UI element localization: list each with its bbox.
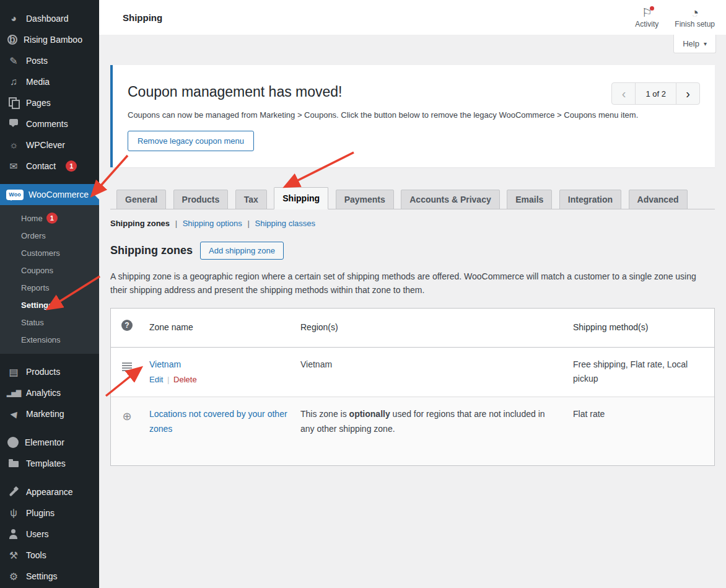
zones-heading: Shipping zones <box>110 244 193 257</box>
subnav-shipping-zones[interactable]: Shipping zones <box>110 219 170 228</box>
submenu-item-label: Orders <box>21 231 46 240</box>
tab-payments[interactable]: Payments <box>336 190 394 209</box>
pagination-prev-button[interactable]: ‹ <box>612 83 636 104</box>
finish-setup-button[interactable]: ◔ Finish setup <box>675 7 715 29</box>
table-header-row: ? Zone name Region(s) Shipping method(s) <box>111 309 714 348</box>
methods-cell: Free shipping, Flat rate, Local pickup <box>567 348 714 397</box>
tab-integration[interactable]: Integration <box>559 190 621 209</box>
add-shipping-zone-button[interactable]: Add shipping zone <box>200 242 284 260</box>
sidebar-item-tools[interactable]: ⚒ Tools <box>0 545 99 566</box>
sidebar-item-settings[interactable]: ⚙ Settings <box>0 566 99 587</box>
megaphone-icon: ◀ <box>7 407 21 421</box>
sidebar-item-label: WPClever <box>26 140 65 150</box>
sidebar-item-label: Media <box>26 77 50 87</box>
menu-separator <box>0 354 99 361</box>
zone-locations-link[interactable]: Locations not covered by your other zone… <box>149 409 287 434</box>
sidebar-item-woocommerce[interactable]: Woo WooCommerce <box>0 184 99 205</box>
posts-icon: ✎ <box>7 55 20 67</box>
sidebar-item-label: Tools <box>26 550 46 560</box>
sidebar-item-posts[interactable]: ✎ Posts <box>0 50 99 71</box>
methods-cell: Flat rate <box>567 397 714 465</box>
settings-tab-bar: General Products Tax Shipping Payments A… <box>110 187 715 209</box>
wpclever-icon: ☼ <box>7 139 20 151</box>
submenu-item-label: Customers <box>21 248 60 258</box>
submenu-item-status[interactable]: Status <box>0 314 99 331</box>
sidebar-item-label: Appearance <box>26 487 73 497</box>
tab-tax[interactable]: Tax <box>235 190 267 209</box>
sidebar-item-templates[interactable]: Templates <box>0 453 99 474</box>
submenu-item-customers[interactable]: Customers <box>0 244 99 261</box>
sidebar-item-products[interactable]: ▤ Products <box>0 361 99 382</box>
setup-progress-icon: ◔ <box>691 7 699 19</box>
submenu-item-coupons[interactable]: Coupons <box>0 261 99 279</box>
sidebar-item-appearance[interactable]: Appearance <box>0 481 99 502</box>
envelope-icon: ✉ <box>7 160 20 172</box>
woocommerce-submenu: Home 1 Orders Customers Coupons Reports … <box>0 205 99 354</box>
zone-name-cell: Vietnam Edit | Delete <box>143 348 294 397</box>
remove-legacy-coupon-button[interactable]: Remove legacy coupon menu <box>128 131 254 151</box>
sidebar-item-comments[interactable]: Comments <box>0 113 99 134</box>
pagination-next-button[interactable]: › <box>676 83 699 104</box>
submenu-item-label: Home <box>21 214 43 223</box>
woocommerce-logo-icon: Woo <box>6 190 24 200</box>
help-dropdown-button[interactable]: Help ▾ <box>673 35 716 53</box>
zone-vietnam-link[interactable]: Vietnam <box>149 359 181 369</box>
submenu-item-label: Settings <box>21 301 53 310</box>
sidebar-item-pages[interactable]: Pages <box>0 92 99 113</box>
folder-icon <box>7 457 20 470</box>
tab-advanced[interactable]: Advanced <box>629 190 688 209</box>
column-regions: Region(s) <box>294 309 567 347</box>
sidebar-item-dashboard[interactable]: ◕ Dashboard <box>0 8 99 29</box>
sidebar-item-label: Settings <box>26 571 58 581</box>
sidebar-item-analytics[interactable]: ▂▅▇ Analytics <box>0 382 99 403</box>
sidebar-item-users[interactable]: Users <box>0 524 99 545</box>
sidebar-item-media[interactable]: ♫ Media <box>0 71 99 92</box>
globe-icon: ⊕ <box>122 411 131 437</box>
submenu-item-settings[interactable]: Settings <box>0 296 99 314</box>
zones-header: Shipping zones Add shipping zone <box>110 242 715 260</box>
rising-bamboo-icon: b <box>7 35 17 45</box>
delete-link[interactable]: Delete <box>173 375 197 384</box>
tab-products[interactable]: Products <box>173 190 229 209</box>
subnav-shipping-classes[interactable]: Shipping classes <box>255 219 315 228</box>
admin-topbar: Shipping ⚐ Activity ◔ Finish setup <box>99 0 726 35</box>
sidebar-item-label: Templates <box>26 459 66 468</box>
tab-general[interactable]: General <box>116 190 166 209</box>
sidebar-item-label: Posts <box>26 56 48 66</box>
chevron-right-icon: › <box>686 87 690 101</box>
gear-icon: ⚙ <box>7 570 20 582</box>
elementor-icon: E <box>7 437 19 448</box>
sidebar-item-marketing[interactable]: ◀ Marketing <box>0 403 99 424</box>
sidebar-item-wpclever[interactable]: ☼ WPClever <box>0 134 99 156</box>
submenu-item-reports[interactable]: Reports <box>0 279 99 296</box>
drag-handle-icon[interactable] <box>122 365 132 366</box>
sidebar-item-elementor[interactable]: E Elementor <box>0 432 99 453</box>
menu-separator <box>0 177 99 184</box>
comments-icon <box>7 118 20 130</box>
tab-emails[interactable]: Emails <box>507 190 552 209</box>
home-count-badge: 1 <box>46 213 58 224</box>
sidebar-item-label: Comments <box>26 119 68 129</box>
contact-count-badge: 1 <box>66 160 77 172</box>
submenu-item-label: Extensions <box>21 335 61 344</box>
sidebar-item-contact[interactable]: ✉ Contact 1 <box>0 156 99 177</box>
submenu-item-home[interactable]: Home 1 <box>0 209 99 227</box>
wrench-icon: ⚒ <box>7 549 20 561</box>
activity-button[interactable]: ⚐ Activity <box>635 7 658 29</box>
table-row-vietnam: Vietnam Edit | Delete Vietnam Free shipp… <box>111 348 714 397</box>
sidebar-item-label: Dashboard <box>26 14 69 24</box>
subnav-shipping-options[interactable]: Shipping options <box>183 219 242 228</box>
sidebar-item-label: Marketing <box>26 409 64 419</box>
submenu-item-orders[interactable]: Orders <box>0 227 99 244</box>
sidebar-item-label: Pages <box>26 98 51 108</box>
sidebar-item-rising-bamboo[interactable]: b Rising Bamboo <box>0 29 99 50</box>
tab-accounts-privacy[interactable]: Accounts & Privacy <box>401 190 500 209</box>
edit-link[interactable]: Edit <box>149 375 163 384</box>
sidebar-item-plugins[interactable]: ψ Plugins <box>0 502 99 524</box>
sidebar-item-label: Plugins <box>26 508 55 518</box>
tab-shipping[interactable]: Shipping <box>274 187 328 209</box>
submenu-item-extensions[interactable]: Extensions <box>0 331 99 348</box>
row-actions: Edit | Delete <box>149 374 288 385</box>
help-tip-icon[interactable]: ? <box>121 320 133 331</box>
pagination-label: 1 of 2 <box>636 83 676 104</box>
